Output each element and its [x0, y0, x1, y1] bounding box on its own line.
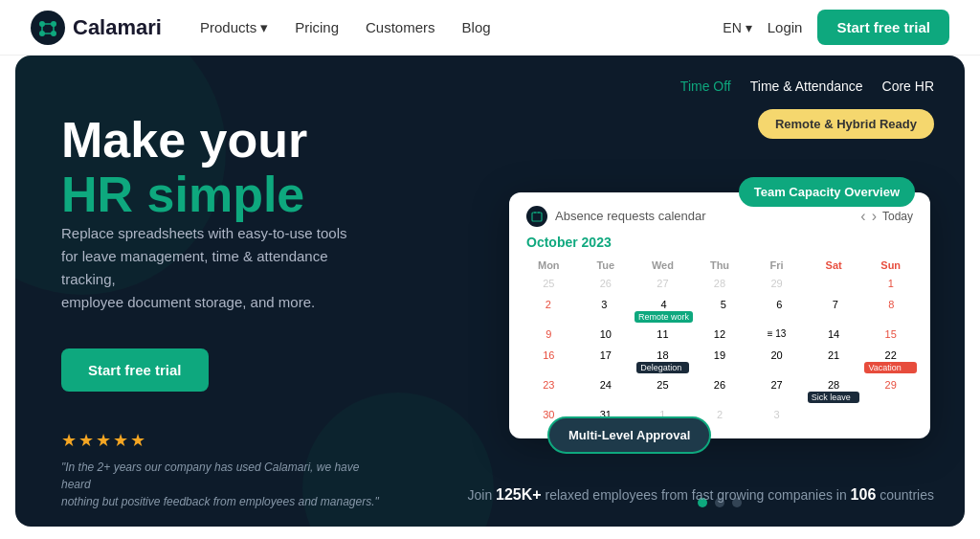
tab-time-attendance[interactable]: Time & Attendance — [750, 79, 863, 94]
calendar-day: 25 — [521, 275, 577, 296]
product-tabs: Time Off Time & Attendance Core HR — [680, 79, 934, 94]
stats-countries: 106 — [851, 486, 877, 503]
hero-section: Make your HR simple Replace spreadsheets… — [15, 56, 965, 527]
rating-stars: ★★★★★ — [61, 430, 429, 451]
calendar-icon — [526, 206, 547, 227]
calendar-day: 17 — [578, 347, 635, 376]
stats-bar: Join 125K+ relaxed employees from fast g… — [467, 486, 934, 504]
calendar-next-btn[interactable]: › — [872, 208, 877, 225]
calendar-day: 23 — [521, 376, 577, 406]
calendar-nav: ‹ › Today — [860, 208, 913, 225]
day-header-sun: Sun — [862, 256, 919, 275]
hero-left: Make your HR simple Replace spreadsheets… — [15, 56, 475, 527]
calendar-day: 1 — [862, 275, 919, 296]
calendar-day: 3 — [576, 296, 632, 326]
day-header-fri: Fri — [748, 256, 805, 275]
nav-links: Products ▾ Pricing Customers Blog — [200, 19, 723, 36]
calendar-day: 5 — [696, 296, 751, 326]
hero-description: Replace spreadsheets with easy-to-use to… — [61, 222, 368, 314]
calendar-day — [862, 406, 919, 427]
calendar-day: 21 — [806, 347, 862, 376]
day-header-tue: Tue — [578, 256, 635, 275]
event-sick-leave: Sick leave — [808, 392, 860, 403]
stats-users: 125K+ — [496, 486, 542, 503]
calendar-day: 29 — [748, 275, 805, 296]
svg-rect-9 — [532, 213, 542, 221]
calendar-week-5: 23 24 25 26 27 28Sick leave 29 — [521, 376, 919, 406]
day-header-wed: Wed — [635, 256, 691, 275]
login-button[interactable]: Login — [768, 19, 803, 35]
calendar-prev-btn[interactable]: ‹ — [860, 208, 865, 225]
hero-trial-button[interactable]: Start free trial — [61, 348, 209, 392]
calendar-day: 2 — [521, 296, 575, 326]
calendar-week-2: 2 3 4Remote work 5 6 7 8 — [521, 296, 919, 326]
calendar-day: 15 — [862, 326, 919, 347]
calendar-day: 27 — [635, 275, 691, 296]
calendar-day: 28 — [692, 275, 748, 296]
hero-right: Time Off Time & Attendance Core HR Remot… — [475, 56, 965, 527]
nav-trial-button[interactable]: Start free trial — [817, 10, 949, 45]
calendar-day: 3 — [748, 406, 805, 427]
calendar-day: 29 — [862, 376, 919, 406]
tab-time-off[interactable]: Time Off — [680, 79, 731, 94]
event-vacation: Vacation — [864, 362, 917, 373]
calendar-day — [806, 275, 862, 296]
calendar-day: 20 — [748, 347, 805, 376]
logo[interactable]: Calamari — [31, 11, 162, 45]
calendar-day: 14 — [806, 326, 862, 347]
calendar-week-4: 16 17 18Delegation 19 20 21 22Vacation — [521, 347, 919, 376]
calendar-grid: Mon Tue Wed Thu Fri Sat Sun 25 26 27 28 … — [509, 256, 930, 438]
calendar-day-headers: Mon Tue Wed Thu Fri Sat Sun — [521, 256, 919, 275]
calendar-day: 12 — [692, 326, 748, 347]
calendar-day: 11 — [635, 326, 691, 347]
svg-point-0 — [31, 11, 65, 45]
chevron-down-icon: ▾ — [746, 20, 752, 35]
calendar-day: ≡ 13 — [748, 326, 805, 347]
calendar-title-row: Absence requests calendar — [526, 206, 706, 227]
calendar-day — [806, 406, 862, 427]
event-remote-work: Remote work — [635, 311, 693, 323]
logo-text: Calamari — [73, 15, 162, 40]
calendar-day: 18Delegation — [635, 347, 691, 376]
nav-right: EN ▾ Login Start free trial — [723, 10, 949, 45]
nav-pricing[interactable]: Pricing — [295, 19, 339, 35]
calendar-day: 6 — [752, 296, 808, 326]
event-delegation: Delegation — [636, 362, 689, 373]
calendar-day: 8 — [864, 296, 919, 326]
team-capacity-badge[interactable]: Team Capacity Overview — [739, 177, 915, 207]
calendar-day: 7 — [808, 296, 863, 326]
calendar-day: 26 — [578, 275, 635, 296]
calendar-day: 9 — [521, 326, 577, 347]
day-header-sat: Sat — [806, 256, 862, 275]
testimonial-text: "In the 2+ years our company has used Ca… — [61, 459, 387, 510]
calendar-card: Team Capacity Overview Absence requests … — [509, 192, 930, 438]
hybrid-badge: Remote & Hybrid Ready — [758, 109, 934, 139]
day-header-mon: Mon — [521, 256, 577, 275]
calendar-day: 25 — [635, 376, 691, 406]
logo-icon — [31, 11, 65, 45]
calendar-today-btn[interactable]: Today — [882, 210, 913, 223]
calendar-day: 16 — [521, 347, 577, 376]
stats-end: countries — [880, 487, 934, 503]
language-selector[interactable]: EN ▾ — [723, 20, 751, 35]
calendar-month: October 2023 — [509, 227, 930, 256]
calendar-week-3: 9 10 11 12 ≡ 13 14 15 — [521, 326, 919, 347]
calendar-week-1: 25 26 27 28 29 1 — [521, 275, 919, 296]
calendar-day: 24 — [578, 376, 635, 406]
hero-title-line1: Make your HR simple — [61, 113, 429, 222]
calendar-day: 26 — [692, 376, 748, 406]
day-header-thu: Thu — [692, 256, 748, 275]
calendar-day: 10 — [578, 326, 635, 347]
nav-products[interactable]: Products ▾ — [200, 19, 268, 36]
calendar-day: 4Remote work — [633, 296, 695, 326]
stats-mid: relaxed employees from fast growing comp… — [546, 487, 847, 503]
tab-core-hr[interactable]: Core HR — [882, 79, 934, 94]
calendar-label: Absence requests calendar — [555, 209, 706, 223]
navbar: Calamari Products ▾ Pricing Customers Bl… — [0, 0, 980, 56]
calendar-day: 22Vacation — [862, 347, 919, 376]
chevron-down-icon: ▾ — [260, 19, 268, 36]
multi-level-badge[interactable]: Multi-Level Approval — [547, 416, 711, 454]
nav-customers[interactable]: Customers — [366, 19, 435, 35]
calendar-day: 19 — [692, 347, 748, 376]
nav-blog[interactable]: Blog — [462, 19, 491, 35]
